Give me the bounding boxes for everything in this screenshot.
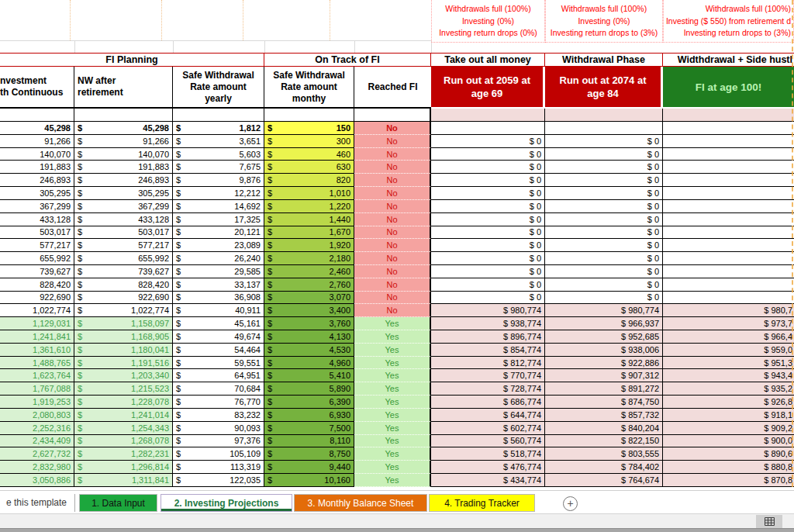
cell-nw-after-retirement[interactable]: $922,690 <box>74 292 173 305</box>
cell-swr-monthly[interactable]: $9,440 <box>264 461 354 474</box>
cell-swr-yearly[interactable]: $59,551 <box>173 357 264 370</box>
column-header-swr-yearly[interactable]: Safe Withdrawal Rate amount yearly <box>173 67 264 107</box>
cell-investment[interactable]: 91,266 <box>0 135 74 148</box>
cell-swr-yearly[interactable]: $105,109 <box>173 447 264 461</box>
cell-withdrawal-phase[interactable]: $ 922,886 <box>545 357 663 370</box>
cell-reached-fi[interactable]: Yes <box>354 474 431 487</box>
cell-investment[interactable]: 367,299 <box>0 200 74 213</box>
cell-take-out-all-money[interactable]: $ 0 <box>431 187 545 200</box>
scenario-note-side-hustle[interactable]: Withdrawals full (100%) Investing ($ 550… <box>663 0 794 43</box>
cell-investment[interactable]: 1,022,774 <box>0 304 74 317</box>
cell-investment[interactable]: 1,129,031 <box>0 317 74 330</box>
cell-side-hustle[interactable]: $ 880,8 <box>663 461 794 474</box>
cell-take-out-all-money[interactable]: $ 0 <box>431 161 545 174</box>
cell-swr-yearly[interactable]: $122,035 <box>173 474 264 487</box>
cell-reached-fi[interactable]: Yes <box>354 447 431 461</box>
cell-withdrawal-phase[interactable]: $ 0 <box>545 148 663 161</box>
cell-take-out-all-money[interactable]: $ 0 <box>431 200 545 213</box>
cell-nw-after-retirement[interactable]: $1,168,905 <box>74 330 173 344</box>
cell-side-hustle[interactable]: $ 890,6 <box>663 447 794 461</box>
cell-side-hustle[interactable] <box>663 213 794 226</box>
group-header-withdrawal-phase[interactable]: Withdrawal Phase <box>545 54 663 66</box>
cell-reached-fi[interactable]: No <box>354 161 431 174</box>
cell-withdrawal-phase[interactable] <box>545 122 663 135</box>
cell-take-out-all-money[interactable]: $ 812,774 <box>431 357 545 370</box>
cell-investment[interactable]: 503,017 <box>0 226 74 240</box>
group-header-side-hustle[interactable]: Widthdrawal + Side hustl <box>663 54 794 66</box>
cell-side-hustle[interactable] <box>663 174 794 187</box>
cell-investment[interactable]: 739,627 <box>0 265 74 278</box>
cell-swr-monthly[interactable]: $5,410 <box>264 369 354 382</box>
cell-reached-fi[interactable]: Yes <box>354 435 431 448</box>
sheet-tab-4[interactable]: 4. Trading Tracker <box>429 494 535 512</box>
cell-investment[interactable]: 2,434,409 <box>0 435 74 448</box>
cell-side-hustle[interactable]: $ 943,4 <box>663 369 794 382</box>
cell-swr-monthly[interactable]: $2,460 <box>264 265 354 278</box>
cell-take-out-all-money[interactable]: $ 0 <box>431 213 545 226</box>
scenario-note-withdrawal-phase[interactable]: Withdrawals full (100%) Investing (0%) I… <box>545 0 663 43</box>
cell-investment[interactable]: 3,050,886 <box>0 474 74 487</box>
cell-swr-yearly[interactable]: $40,911 <box>173 304 264 317</box>
cell-investment[interactable]: 2,252,316 <box>0 422 74 435</box>
cell-side-hustle[interactable]: $ 900,0 <box>663 435 794 448</box>
cell-withdrawal-phase[interactable]: $ 0 <box>545 200 663 213</box>
cell-side-hustle[interactable]: $ 870,8 <box>663 474 794 487</box>
cell-take-out-all-money[interactable]: $ 0 <box>431 135 545 148</box>
column-header-investment[interactable]: nvestment th Continuous <box>0 67 74 107</box>
cell-swr-monthly[interactable]: $1,920 <box>264 239 354 252</box>
cell-side-hustle[interactable] <box>663 265 794 278</box>
column-header-swr-monthly[interactable]: Safe Withdrawal Rate amount monthy <box>264 67 354 107</box>
spacer-cell[interactable] <box>264 109 354 122</box>
cell-swr-monthly[interactable]: $5,890 <box>264 382 354 396</box>
cell-side-hustle[interactable] <box>663 161 794 174</box>
cell-reached-fi[interactable]: No <box>354 252 431 265</box>
cell-withdrawal-phase[interactable]: $ 907,312 <box>545 369 663 382</box>
cell-withdrawal-phase[interactable]: $ 980,774 <box>545 304 663 317</box>
cell-investment[interactable]: 577,217 <box>0 239 74 252</box>
cell-swr-yearly[interactable]: $54,464 <box>173 344 264 357</box>
cell-swr-monthly[interactable]: $1,670 <box>264 226 354 240</box>
cell-side-hustle[interactable] <box>663 135 794 148</box>
cell-side-hustle[interactable]: $ 959,0 <box>663 344 794 357</box>
cell-nw-after-retirement[interactable]: $1,191,516 <box>74 357 173 370</box>
cell-nw-after-retirement[interactable]: $191,883 <box>74 161 173 174</box>
cell-side-hustle[interactable] <box>663 239 794 252</box>
cell-swr-yearly[interactable]: $90,093 <box>173 422 264 435</box>
cell-take-out-all-money[interactable]: $ 434,774 <box>431 474 545 487</box>
cell-reached-fi[interactable]: Yes <box>354 330 431 344</box>
cell-nw-after-retirement[interactable]: $1,228,078 <box>74 396 173 409</box>
scenario-note-take-out[interactable]: Withdrawals full (100%) Investing (0%) I… <box>431 0 545 43</box>
spacer-cell[interactable] <box>0 109 74 122</box>
cell-side-hustle[interactable] <box>663 252 794 265</box>
cell-swr-monthly[interactable]: $6,390 <box>264 396 354 409</box>
cell-side-hustle[interactable] <box>663 187 794 200</box>
cell-swr-monthly[interactable]: $10,160 <box>264 474 354 487</box>
cell-investment[interactable]: 191,883 <box>0 161 74 174</box>
cell-investment[interactable]: 922,690 <box>0 292 74 305</box>
cell-investment[interactable]: 45,298 <box>0 122 74 135</box>
cell-nw-after-retirement[interactable]: $1,311,841 <box>74 474 173 487</box>
cell-swr-monthly[interactable]: $2,180 <box>264 252 354 265</box>
cell-take-out-all-money[interactable]: $ 644,774 <box>431 409 545 422</box>
column-header-nw[interactable]: NW after retirement <box>74 67 173 107</box>
cell-nw-after-retirement[interactable]: $45,298 <box>74 122 173 135</box>
cell-withdrawal-phase[interactable]: $ 952,685 <box>545 330 663 344</box>
cell-withdrawal-phase[interactable]: $ 891,272 <box>545 382 663 396</box>
cell-nw-after-retirement[interactable]: $433,128 <box>74 213 173 226</box>
cell-side-hustle[interactable] <box>663 278 794 292</box>
cell-investment[interactable]: 433,128 <box>0 213 74 226</box>
cell-investment[interactable]: 828,420 <box>0 278 74 292</box>
cell-withdrawal-phase[interactable]: $ 938,006 <box>545 344 663 357</box>
cell-take-out-all-money[interactable]: $ 0 <box>431 265 545 278</box>
cell-side-hustle[interactable] <box>663 148 794 161</box>
cell-withdrawal-phase[interactable]: $ 0 <box>545 239 663 252</box>
cell-swr-monthly[interactable]: $300 <box>264 135 354 148</box>
cell-swr-yearly[interactable]: $49,674 <box>173 330 264 344</box>
banner-fi-at-100[interactable]: FI at age 100! <box>663 67 794 109</box>
cell-side-hustle[interactable] <box>663 292 794 305</box>
cell-swr-monthly[interactable]: $820 <box>264 174 354 187</box>
cell-withdrawal-phase[interactable]: $ 0 <box>545 226 663 240</box>
cell-reached-fi[interactable]: No <box>354 226 431 240</box>
cell-nw-after-retirement[interactable]: $1,296,814 <box>74 461 173 474</box>
cell-reached-fi[interactable]: No <box>354 213 431 226</box>
